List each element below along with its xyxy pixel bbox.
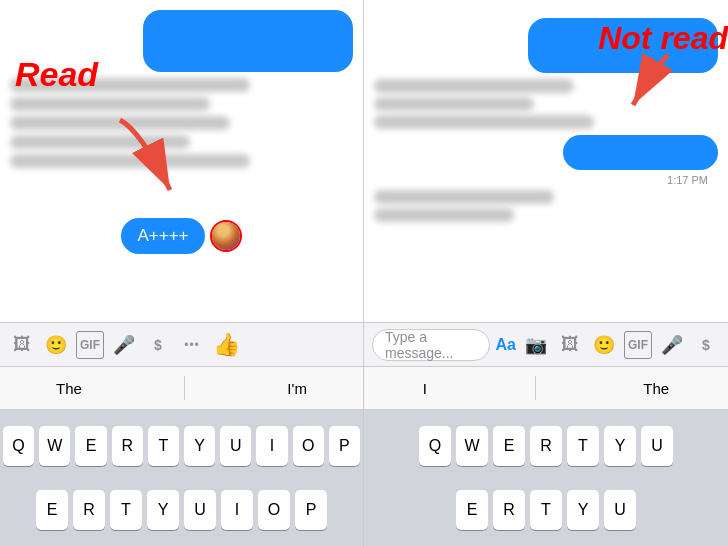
key-r2-left[interactable]: R bbox=[73, 490, 105, 530]
key-y2-right[interactable]: Y bbox=[567, 490, 599, 530]
aplus-row: A++++ bbox=[10, 218, 353, 254]
gif-icon-right[interactable]: GIF bbox=[624, 331, 652, 359]
key-e2-left[interactable]: E bbox=[36, 490, 68, 530]
right-blur-2 bbox=[374, 97, 534, 111]
key-u2-left[interactable]: U bbox=[184, 490, 216, 530]
key-u-left[interactable]: U bbox=[220, 426, 251, 466]
left-keyboard: The I'm Q W E R T Y U I O P bbox=[0, 366, 363, 546]
mic-icon-right[interactable]: 🎤 bbox=[658, 331, 686, 359]
left-suggestions: The I'm bbox=[0, 366, 363, 410]
right-row-1: Q W E R T Y U bbox=[367, 426, 725, 466]
right-row-2: E R T Y U bbox=[367, 490, 725, 530]
right-input-area: Type a message... Aa 📷 🖼 🙂 GIF 🎤 $ bbox=[364, 322, 728, 366]
avatar-inner bbox=[212, 222, 240, 250]
key-r2-right[interactable]: R bbox=[493, 490, 525, 530]
key-t-right[interactable]: T bbox=[567, 426, 599, 466]
key-e-right[interactable]: E bbox=[493, 426, 525, 466]
thumb-icon-left[interactable]: 👍 bbox=[212, 331, 240, 359]
key-t2-right[interactable]: T bbox=[530, 490, 562, 530]
key-o2-left[interactable]: O bbox=[258, 490, 290, 530]
panels-wrapper: Read bbox=[0, 0, 728, 546]
left-panel: Read bbox=[0, 0, 364, 546]
suggestion-the-left[interactable]: The bbox=[46, 376, 92, 401]
left-keyboard-rows: Q W E R T Y U I O P E R T Y U I bbox=[0, 410, 363, 546]
key-u-right[interactable]: U bbox=[641, 426, 673, 466]
read-avatar bbox=[210, 220, 242, 252]
key-e-left[interactable]: E bbox=[75, 426, 106, 466]
photo-icon-left[interactable]: 🖼 bbox=[8, 331, 36, 359]
right-blur-3 bbox=[374, 115, 594, 129]
aa-button[interactable]: Aa bbox=[496, 336, 516, 354]
suggestion-the-right[interactable]: The bbox=[633, 376, 679, 401]
left-input-area: 🖼 🙂 GIF 🎤 $ ••• 👍 bbox=[0, 322, 363, 366]
key-r-right[interactable]: R bbox=[530, 426, 562, 466]
right-keyboard-rows: Q W E R T Y U E R T Y U bbox=[364, 410, 728, 546]
timestamp-right: 1:17 PM bbox=[374, 174, 718, 186]
dollar-icon-left[interactable]: $ bbox=[144, 331, 172, 359]
key-w-right[interactable]: W bbox=[456, 426, 488, 466]
dollar-icon-right[interactable]: $ bbox=[692, 331, 720, 359]
suggestion-im-left[interactable]: I'm bbox=[277, 376, 317, 401]
key-i-left[interactable]: I bbox=[256, 426, 287, 466]
mic-icon-left[interactable]: 🎤 bbox=[110, 331, 138, 359]
key-q-right[interactable]: Q bbox=[419, 426, 451, 466]
arrow-left bbox=[100, 110, 220, 234]
dots-icon-left[interactable]: ••• bbox=[178, 331, 206, 359]
left-sent-bubble-1 bbox=[143, 10, 353, 72]
right-keyboard: I The Q W E R T Y U E R T bbox=[364, 366, 728, 546]
right-suggestions: I The bbox=[364, 366, 728, 410]
key-p-left[interactable]: P bbox=[329, 426, 360, 466]
suggestion-i-right[interactable]: I bbox=[413, 376, 437, 401]
divider-right-1 bbox=[535, 376, 536, 400]
right-blur-1 bbox=[374, 79, 574, 93]
left-chat-area: Read bbox=[0, 0, 363, 322]
arrow-right bbox=[608, 50, 688, 134]
key-y-right[interactable]: Y bbox=[604, 426, 636, 466]
key-p2-left[interactable]: P bbox=[295, 490, 327, 530]
emoji-icon-left[interactable]: 🙂 bbox=[42, 331, 70, 359]
right-sent-row-2 bbox=[374, 135, 718, 170]
emoji-icon-right[interactable]: 🙂 bbox=[590, 331, 618, 359]
left-row-2: E R T Y U I O P bbox=[3, 490, 360, 530]
right-panel: Not read bbox=[364, 0, 728, 546]
key-e2-right[interactable]: E bbox=[456, 490, 488, 530]
right-blur-4 bbox=[374, 190, 554, 204]
key-t2-left[interactable]: T bbox=[110, 490, 142, 530]
right-sent-bubble-2 bbox=[563, 135, 718, 170]
key-w-left[interactable]: W bbox=[39, 426, 70, 466]
key-u2-right[interactable]: U bbox=[604, 490, 636, 530]
key-o-left[interactable]: O bbox=[293, 426, 324, 466]
right-message-input[interactable]: Type a message... bbox=[372, 329, 490, 361]
right-blur-5 bbox=[374, 208, 514, 222]
key-t-left[interactable]: T bbox=[148, 426, 179, 466]
key-y2-left[interactable]: Y bbox=[147, 490, 179, 530]
key-y-left[interactable]: Y bbox=[184, 426, 215, 466]
gif-icon-left[interactable]: GIF bbox=[76, 331, 104, 359]
right-received-2 bbox=[374, 190, 718, 222]
blur-2 bbox=[10, 97, 210, 111]
left-row-1: Q W E R T Y U I O P bbox=[3, 426, 360, 466]
right-placeholder: Type a message... bbox=[385, 329, 477, 361]
photo-icon-right[interactable]: 🖼 bbox=[556, 331, 584, 359]
divider-left-1 bbox=[184, 376, 185, 400]
read-label: Read bbox=[15, 55, 98, 94]
camera-icon-right[interactable]: 📷 bbox=[522, 331, 550, 359]
key-i2-left[interactable]: I bbox=[221, 490, 253, 530]
key-q-left[interactable]: Q bbox=[3, 426, 34, 466]
right-chat-area: Not read bbox=[364, 0, 728, 322]
aplus-bubble: A++++ bbox=[121, 218, 204, 254]
key-r-left[interactable]: R bbox=[112, 426, 143, 466]
